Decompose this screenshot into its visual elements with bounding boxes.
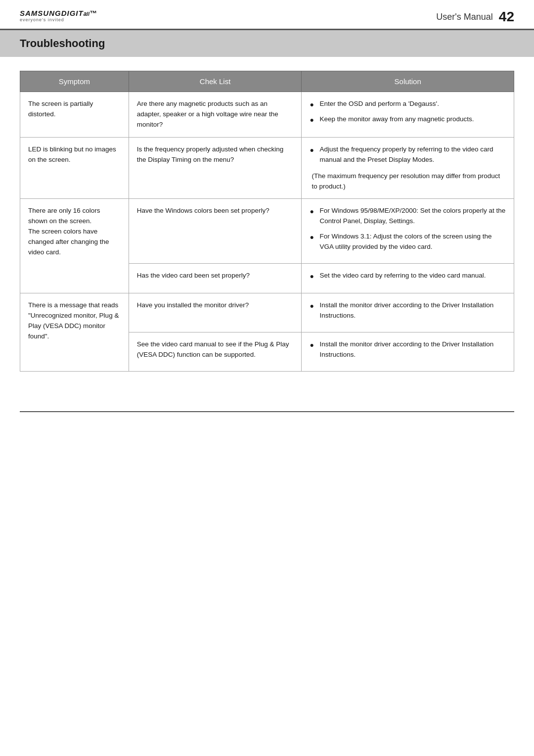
- page-number: 42: [499, 9, 514, 25]
- solution-cell-4a: ● Install the monitor driver according t…: [302, 293, 514, 332]
- bullet-icon: ●: [310, 145, 316, 156]
- bullet-icon: ●: [310, 301, 316, 312]
- logo-digital-text: DIGIT: [61, 9, 84, 17]
- header-right: User's Manual 42: [436, 9, 514, 25]
- logo-tagline: everyone's invited: [20, 17, 64, 22]
- bullet-icon: ●: [310, 115, 316, 126]
- header: SAMSUNG DIGITall™ everyone's invited Use…: [0, 0, 534, 30]
- page-container: SAMSUNG DIGITall™ everyone's invited Use…: [0, 0, 534, 756]
- logo-text: SAMSUNG: [20, 9, 61, 17]
- header-checklist: Chek List: [129, 71, 302, 92]
- solution-cell-3a: ● For Windows 95/98/ME/XP/2000: Set the …: [302, 199, 514, 264]
- solution-cell-2: ● Adjust the frequency properly by refer…: [302, 137, 514, 199]
- bullet-icon: ●: [310, 271, 316, 282]
- bullet-icon: ●: [310, 340, 316, 351]
- table-row: There is a message that reads "Unrecogni…: [20, 293, 514, 332]
- checklist-cell-3b: Has the video card been set properly?: [129, 264, 302, 293]
- solution-cell-1: ● Enter the OSD and perform a 'Degauss'.…: [302, 92, 514, 138]
- bullet-icon: ●: [310, 232, 316, 243]
- footer-divider: [20, 411, 514, 412]
- bullet-icon: ●: [310, 99, 316, 110]
- manual-title: User's Manual: [436, 12, 492, 22]
- header-symptom: Symptom: [20, 71, 129, 92]
- table-row: LED is blinking but no images on the scr…: [20, 137, 514, 199]
- bullet-icon: ●: [310, 206, 316, 217]
- symptom-cell-3: There are only 16 colors shown on the sc…: [20, 199, 129, 293]
- table-row: The screen is partially distorted. Are t…: [20, 92, 514, 138]
- troubleshooting-table: Symptom Chek List Solution The screen is…: [20, 71, 514, 372]
- section-title: Troubleshooting: [20, 37, 105, 49]
- checklist-cell-2: Is the frequency properly adjusted when …: [129, 137, 302, 199]
- symptom-cell-4: There is a message that reads "Unrecogni…: [20, 293, 129, 371]
- symptom-cell-1: The screen is partially distorted.: [20, 92, 129, 138]
- content-area: Symptom Chek List Solution The screen is…: [0, 71, 534, 391]
- solution-cell-3b: ● Set the video card by referring to the…: [302, 264, 514, 293]
- symptom-cell-2: LED is blinking but no images on the scr…: [20, 137, 129, 199]
- table-header-row: Symptom Chek List Solution: [20, 71, 514, 92]
- checklist-cell-4a: Have you installed the monitor driver?: [129, 293, 302, 332]
- checklist-cell-4b: See the video card manual to see if the …: [129, 332, 302, 371]
- logo-samsung: SAMSUNG DIGITall™: [20, 9, 97, 17]
- solution-cell-4b: ● Install the monitor driver according t…: [302, 332, 514, 371]
- table-row: There are only 16 colors shown on the sc…: [20, 199, 514, 264]
- checklist-cell-3a: Have the Windows colors been set properl…: [129, 199, 302, 264]
- header-solution: Solution: [302, 71, 514, 92]
- checklist-cell-1: Are there any magnetic products such as …: [129, 92, 302, 138]
- section-banner: Troubleshooting: [0, 30, 534, 57]
- logo-area: SAMSUNG DIGITall™ everyone's invited: [20, 9, 97, 22]
